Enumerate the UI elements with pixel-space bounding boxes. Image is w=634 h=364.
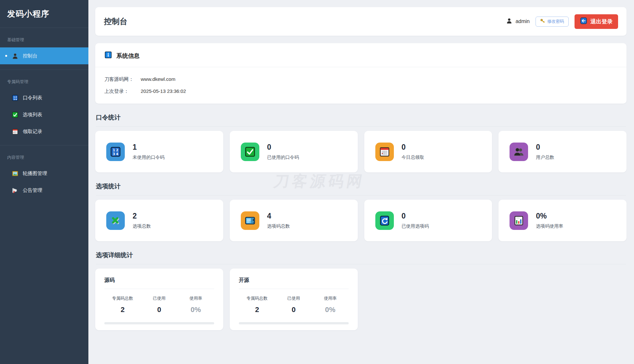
detail-col-rate: 使用率 0% (177, 295, 214, 314)
detail-col-value: 0% (312, 306, 349, 314)
detail-col-label: 已使用 (275, 295, 312, 301)
info-icon (104, 51, 112, 60)
info-label: 上次登录： (104, 88, 141, 94)
stat-text: 0% 选项码使用率 (536, 212, 563, 229)
stat-text: 0 今日总领取 (402, 143, 424, 160)
svg-text:3 4: 3 4 (113, 152, 118, 156)
left-arrow-icon (580, 17, 587, 26)
detail-col-value: 0 (141, 306, 178, 314)
sidebar-item-label: 控制台 (23, 53, 37, 59)
usage-progress-bar (104, 322, 214, 324)
change-password-button[interactable]: 修改密码 (536, 17, 569, 27)
bust-icon (506, 18, 512, 25)
logout-button[interactable]: 退出登录 (575, 14, 618, 29)
stat-label: 选项码使用率 (536, 223, 563, 229)
stat-card-option-usage-rate: 0% 选项码使用率 (498, 200, 627, 241)
detail-col-label: 已使用 (141, 295, 178, 301)
sidebar-item-carousel[interactable]: 轮播图管理 (0, 165, 88, 182)
sidebar-item-console[interactable]: 控制台 (0, 47, 88, 64)
cross-mark-icon (106, 211, 125, 230)
main-content: 控制台 admin 修改密码 退出登录 (88, 0, 634, 330)
system-info-header: 系统信息 (95, 43, 627, 67)
sidebar-item-label: 领取记录 (23, 129, 42, 135)
info-row-last-login: 上次登录： 2025-05-13 23:36:02 (104, 88, 617, 94)
nav-group-basic: 基础管理 控制台 (0, 28, 88, 70)
page-title: 控制台 (104, 16, 127, 27)
username: admin (515, 19, 530, 24)
system-info-rows: 刀客源码网： www.dkewl.com 上次登录： 2025-05-13 23… (95, 67, 627, 94)
nav-group-label: 基础管理 (0, 31, 88, 47)
key-icon (540, 19, 545, 24)
detail-col-rate: 使用率 0% (312, 295, 349, 314)
stat-label: 已使用的口令码 (267, 155, 299, 160)
stat-label: 已使用选项码 (402, 223, 429, 229)
nav-group-codes: 专属码管理 1 23 4 口令列表 选项列表 领取记录 (0, 70, 88, 145)
svg-text:1 2: 1 2 (113, 148, 118, 152)
stat-value: 0 (402, 212, 429, 220)
sidebar: 发码小程序 基础管理 控制台 专属码管理 1 23 4 口令列表 选项列表 (0, 0, 88, 364)
input-numbers-icon: 1 23 4 (106, 143, 125, 161)
detail-col-value: 0 (275, 306, 312, 314)
sidebar-item-label: 轮播图管理 (23, 170, 47, 177)
detail-columns: 专属码总数 2 已使用 0 使用率 0% (239, 295, 349, 314)
refresh-icon (375, 211, 394, 230)
stat-value: 0 (267, 143, 299, 152)
stat-card-unused-codes: 1 23 4 1 未使用的口令码 (95, 131, 223, 172)
detail-col-label: 专属码总数 (104, 295, 141, 301)
sidebar-item-announcements[interactable]: 公告管理 (0, 182, 88, 199)
stat-text: 0 已使用的口令码 (267, 143, 299, 160)
busts-icon (510, 143, 528, 161)
svg-text:1 2: 1 2 (13, 96, 17, 98)
usage-progress-bar (239, 322, 349, 324)
info-label: 刀客源码网： (104, 76, 141, 82)
bust-icon (12, 53, 19, 59)
stat-card-total-option-codes: 4 选项码总数 (230, 200, 358, 241)
system-info-card: 系统信息 刀客源码网： www.dkewl.com 上次登录： 2025-05-… (95, 43, 627, 104)
sidebar-item-label: 公告管理 (23, 187, 42, 194)
option-stats-grid: 2 选项总数 4 选项码总数 0 已使用选项码 (95, 200, 627, 241)
detail-col-value: 0% (177, 306, 214, 314)
calendar-icon (375, 143, 394, 161)
info-row-site: 刀客源码网： www.dkewl.com (104, 76, 617, 82)
info-value: www.dkewl.com (141, 76, 175, 82)
stat-text: 4 选项码总数 (267, 212, 290, 229)
stat-value: 1 (133, 143, 164, 152)
stat-label: 用户总数 (536, 155, 554, 160)
stat-card-used-codes: 0 已使用的口令码 (230, 131, 358, 172)
section-title-option-stats: 选项统计 (96, 182, 626, 195)
sidebar-item-claim-records[interactable]: 领取记录 (0, 123, 88, 140)
input-numbers-icon: 1 23 4 (12, 94, 19, 101)
stat-label: 选项码总数 (267, 223, 290, 229)
section-title-password-stats: 口令统计 (96, 113, 626, 127)
stat-card-total-options: 2 选项总数 (95, 200, 223, 241)
info-value: 2025-05-13 23:36:02 (141, 88, 186, 94)
option-details-grid: 源码 专属码总数 2 已使用 0 使用率 0% 开源 (95, 269, 627, 330)
stat-label: 未使用的口令码 (133, 155, 164, 160)
ticket-icon (241, 211, 259, 230)
sidebar-item-password-list[interactable]: 1 23 4 口令列表 (0, 89, 88, 106)
detail-col-label: 专属码总数 (239, 295, 276, 301)
detail-card-title: 源码 (104, 277, 214, 289)
nav-group-content: 内容管理 轮播图管理 公告管理 (0, 145, 88, 204)
password-stats-grid: 1 23 4 1 未使用的口令码 0 已使用的口令码 0 今日总领取 (95, 131, 627, 172)
check-mark-icon (12, 111, 19, 118)
header-bar: 控制台 admin 修改密码 退出登录 (95, 7, 627, 36)
bar-chart-icon (510, 211, 528, 230)
sidebar-item-option-list[interactable]: 选项列表 (0, 106, 88, 123)
user-info: admin (506, 18, 530, 25)
stat-value: 0 (402, 143, 424, 152)
megaphone-icon (12, 187, 19, 194)
change-password-label: 修改密码 (547, 19, 564, 24)
detail-col-total: 专属码总数 2 (239, 295, 276, 314)
detail-col-total: 专属码总数 2 (104, 295, 141, 314)
nav-group-label: 专属码管理 (0, 73, 88, 89)
stat-text: 2 选项总数 (133, 212, 151, 229)
stat-text: 0 用户总数 (536, 143, 554, 160)
check-mark-icon (241, 143, 259, 161)
detail-card-title: 开源 (239, 277, 349, 289)
stat-card-today-claims: 0 今日总领取 (364, 131, 492, 172)
stat-text: 1 未使用的口令码 (133, 143, 164, 160)
detail-col-used: 已使用 0 (275, 295, 312, 314)
detail-col-label: 使用率 (177, 295, 214, 301)
logout-label: 退出登录 (590, 18, 613, 25)
